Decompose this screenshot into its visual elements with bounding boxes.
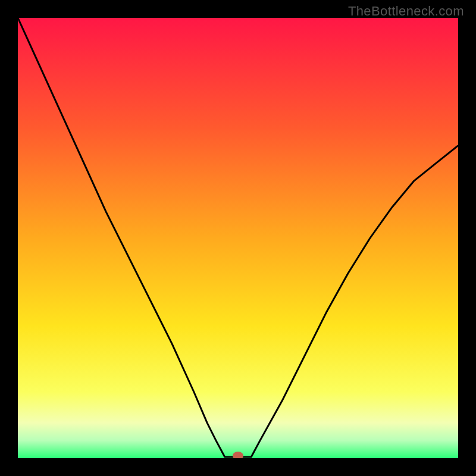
chart-container: TheBottleneck.com [0, 0, 476, 476]
watermark-text: TheBottleneck.com [348, 4, 464, 19]
chart-svg [18, 18, 458, 458]
plot-area [18, 18, 458, 458]
gradient-background [18, 18, 458, 458]
